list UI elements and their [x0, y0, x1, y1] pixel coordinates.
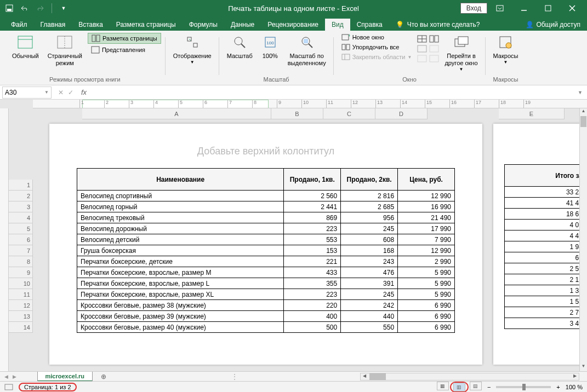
- cell[interactable]: 400: [284, 311, 341, 322]
- custom-views-button[interactable]: Представления: [88, 45, 161, 55]
- cell[interactable]: Перчатки боксерские, взрослые, размер XL: [77, 289, 284, 300]
- cell[interactable]: 223: [284, 289, 341, 300]
- cell[interactable]: Велосипед спортивный: [77, 191, 284, 201]
- tab-help[interactable]: Справка: [350, 19, 389, 31]
- row-header[interactable]: 1: [9, 180, 33, 191]
- cancel-formula-icon[interactable]: ✕: [58, 89, 64, 96]
- view-side-icon[interactable]: [429, 35, 439, 43]
- qat-dropdown-icon[interactable]: ▼: [58, 2, 70, 14]
- cell[interactable]: 16 990: [398, 201, 455, 212]
- cell[interactable]: 608: [341, 234, 398, 245]
- zoom-slider[interactable]: [496, 386, 551, 388]
- cell[interactable]: 440: [341, 311, 398, 322]
- cell[interactable]: 2 126 450: [505, 274, 580, 285]
- cell[interactable]: 5 990: [398, 267, 455, 278]
- share-button[interactable]: 👤 Общий доступ: [519, 19, 587, 31]
- tell-me-search[interactable]: 💡 Что вы хотите сделать?: [389, 19, 487, 31]
- cell[interactable]: 18 674 810: [505, 209, 580, 220]
- vertical-ruler[interactable]: [0, 108, 9, 371]
- row-header[interactable]: 10: [9, 278, 33, 289]
- scroll-thumb-h[interactable]: [369, 373, 386, 380]
- redo-icon[interactable]: [34, 2, 46, 14]
- close-icon[interactable]: [561, 0, 584, 16]
- minimize-icon[interactable]: [512, 0, 535, 16]
- cell[interactable]: Велосипед трековый: [77, 212, 284, 223]
- column-header[interactable]: Продано, 2кв.: [341, 169, 398, 191]
- scroll-thumb-v[interactable]: [580, 116, 586, 127]
- row-header[interactable]: 11: [9, 289, 33, 300]
- new-window-button[interactable]: +Новое окно: [338, 33, 415, 42]
- tab-insert[interactable]: Вставка: [72, 19, 110, 31]
- cell[interactable]: Кроссовки беговые, размер 39 (мужские): [77, 311, 284, 322]
- cell[interactable]: 245: [341, 289, 398, 300]
- zoom-selection-button[interactable]: Масштаб по выделенному: [284, 33, 329, 68]
- cell[interactable]: 168: [341, 245, 398, 256]
- row-header[interactable]: 9: [9, 267, 33, 278]
- tab-file[interactable]: Файл: [4, 19, 34, 31]
- row-header[interactable]: 14: [9, 322, 33, 333]
- show-button[interactable]: Отображение▼: [170, 33, 215, 66]
- cell[interactable]: 553: [284, 234, 341, 245]
- cell[interactable]: 41 472 590: [505, 198, 580, 209]
- header-placeholder[interactable]: Добавьте верхний колонтитул: [77, 140, 455, 168]
- ribbon-options-icon[interactable]: [488, 0, 511, 16]
- scroll-right-icon[interactable]: ▶: [571, 373, 579, 380]
- cell[interactable]: 242: [341, 300, 398, 311]
- cell[interactable]: 17 990: [398, 223, 455, 234]
- cell[interactable]: Велосипед горный: [77, 201, 284, 212]
- cell[interactable]: 6 990: [398, 300, 455, 311]
- cell[interactable]: 220: [284, 300, 341, 311]
- column-header[interactable]: Цена, руб.: [398, 169, 455, 191]
- cell[interactable]: 1 987 470: [505, 241, 580, 252]
- cell[interactable]: 3 495 000: [505, 318, 580, 329]
- tab-formulas[interactable]: Формулы: [183, 19, 224, 31]
- cell[interactable]: 2 796 000: [505, 307, 580, 318]
- login-button[interactable]: Вход: [460, 3, 487, 14]
- cell[interactable]: 245: [341, 223, 398, 234]
- sync-scroll-icon[interactable]: [429, 45, 439, 53]
- cell[interactable]: 433: [284, 267, 341, 278]
- scroll-left-icon[interactable]: ◀: [361, 373, 368, 380]
- cell[interactable]: 355: [284, 278, 341, 289]
- undo-icon[interactable]: [19, 2, 31, 14]
- page-layout-view-button[interactable]: Разметка страницы: [88, 33, 161, 44]
- cell[interactable]: Велосипед детский: [77, 234, 284, 245]
- vertical-scrollbar[interactable]: ▲ ▼: [579, 108, 587, 371]
- row-header[interactable]: 3: [9, 201, 33, 212]
- scroll-down-icon[interactable]: ▼: [580, 364, 587, 371]
- zoom-100-button[interactable]: 100 100%: [258, 33, 282, 61]
- cell[interactable]: 869: [284, 212, 341, 223]
- cell[interactable]: 223: [284, 223, 341, 234]
- cell[interactable]: Перчатки боксерские, детские: [77, 256, 284, 267]
- cell[interactable]: 391: [341, 278, 398, 289]
- cell[interactable]: 1 335 770: [505, 285, 580, 296]
- cell[interactable]: 2 441: [284, 201, 341, 212]
- cell[interactable]: 6 990: [398, 322, 455, 333]
- zoom-button[interactable]: Масштаб: [224, 33, 256, 61]
- cell[interactable]: Груша боксерская: [77, 245, 284, 256]
- page-break-view-button[interactable]: Страничный режим: [44, 33, 86, 68]
- cell[interactable]: 660 790: [505, 252, 580, 263]
- cell[interactable]: 550: [341, 322, 398, 333]
- th-total[interactable]: Итого за 1кв.,: [505, 165, 580, 187]
- cell[interactable]: 2 593 670: [505, 263, 580, 274]
- fx-icon[interactable]: fx: [78, 88, 90, 96]
- horizontal-ruler[interactable]: /* ticks below */ 1234567891011121314151…: [33, 100, 587, 108]
- formula-input[interactable]: [90, 87, 573, 99]
- enter-formula-icon[interactable]: ✓: [68, 89, 73, 96]
- cell[interactable]: Перчатки боксерские, взрослые, размер L: [77, 278, 284, 289]
- zoom-value[interactable]: 100 %: [566, 384, 583, 390]
- cell[interactable]: 153: [284, 245, 341, 256]
- row-header[interactable]: 7: [9, 245, 33, 256]
- name-box[interactable]: A30 ▼: [2, 87, 52, 99]
- freeze-panes-button[interactable]: Закрепить области ▼: [338, 53, 415, 61]
- horizontal-scrollbar[interactable]: ◀ ▶: [360, 373, 579, 381]
- split-icon[interactable]: [417, 35, 427, 43]
- maximize-icon[interactable]: [537, 0, 560, 16]
- row-header[interactable]: 2: [9, 191, 33, 201]
- cell[interactable]: 500: [284, 322, 341, 333]
- arrange-all-button[interactable]: Упорядочить все: [338, 43, 415, 51]
- cell[interactable]: Перчатки боксерские, взрослые, размер M: [77, 267, 284, 278]
- cell[interactable]: Кроссовки беговые, размер 40 (мужские): [77, 322, 284, 333]
- tab-home[interactable]: Главная: [34, 19, 72, 31]
